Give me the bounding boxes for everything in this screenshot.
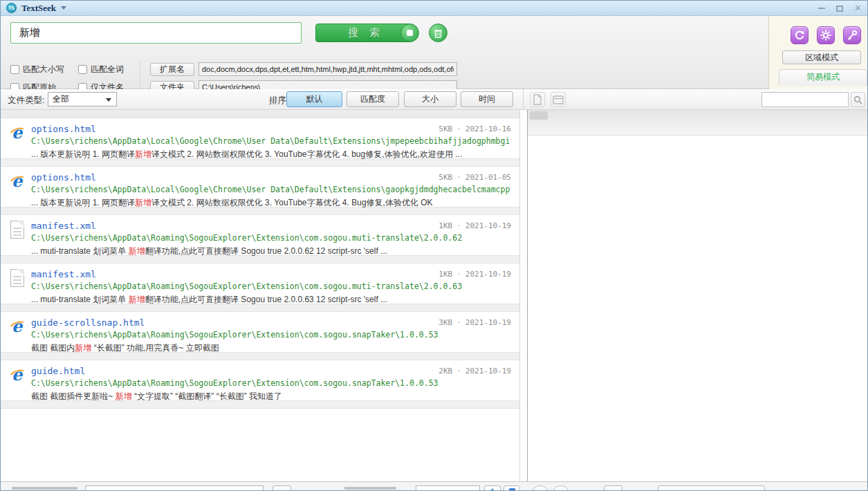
bottom-small-button[interactable] (273, 485, 291, 491)
bottom-label (344, 487, 396, 490)
results-scrollbar[interactable] (520, 110, 527, 481)
bottom-small-button[interactable] (604, 485, 622, 491)
clear-button[interactable] (429, 24, 447, 42)
result-row[interactable]: e 2KB·2021-10-19 guide.html C:\Users\ric… (1, 360, 519, 400)
minimize-button[interactable] (818, 8, 825, 9)
divider (523, 89, 524, 109)
result-meta: 1KB·2021-10-19 (438, 270, 511, 279)
app-title: TextSeek (21, 3, 56, 14)
result-path: C:\Users\richens\AppData\Roaming\SogouEx… (31, 281, 511, 291)
checkbox-box[interactable] (78, 65, 87, 74)
header-right-panel: 区域模式 简易模式 (768, 16, 867, 89)
result-meta: 5KB·2021-10-16 (438, 124, 511, 133)
maximize-button[interactable] (836, 6, 843, 12)
result-row[interactable]: e 5KB·2021-01-05 options.html C:\Users\r… (1, 167, 519, 207)
up-arrow-icon (489, 488, 496, 491)
title-menu-chevron-down-icon[interactable] (61, 6, 66, 10)
preview-search-input[interactable] (761, 92, 849, 107)
next-match-button[interactable]: ▶ (553, 485, 569, 491)
extensions-button[interactable]: 扩展名 (150, 63, 194, 76)
preview-search-button[interactable] (851, 92, 865, 107)
result-row[interactable]: 1KB·2021-10-19 manifest.xml C:\Users\ric… (1, 263, 519, 304)
results-list: e 5KB·2021-10-16 options.html C:\Users\r… (1, 110, 520, 481)
checkbox-match-case[interactable]: 匹配大小写 (10, 64, 64, 75)
result-path: C:\Users\richens\AppData\Roaming\SogouEx… (31, 233, 511, 243)
scroll-top-button[interactable] (484, 485, 501, 491)
result-snippet: 截图 截图插件更新啦~ 新增 “文字提取” “截图翻译” “长截图” 我知道了 (31, 391, 511, 402)
result-meta: 3KB·2021-10-19 (438, 318, 511, 327)
preview-document-button[interactable] (530, 92, 545, 107)
search-button[interactable]: 搜索 (315, 24, 412, 42)
result-meta: 5KB·2021-01-05 (438, 173, 511, 182)
highlight: 新增 (129, 295, 145, 304)
result-row[interactable]: e 5KB·2021-10-16 options.html C:\Users\r… (1, 118, 519, 158)
stop-scroll-button[interactable] (504, 485, 520, 491)
highlight: 新增 (135, 149, 151, 159)
checkbox-match-whole-word[interactable]: 匹配全词 (78, 64, 124, 75)
document-icon (533, 94, 542, 105)
html-file-icon: e (8, 366, 26, 384)
result-snippet: ... muti-translate 划词菜单 新增翻译功能,点此可直接翻译 S… (31, 294, 511, 306)
main-area: e 5KB·2021-10-16 options.html C:\Users\r… (1, 110, 867, 481)
result-path: C:\Users\richens\AppData\Local\Google\Ch… (31, 185, 511, 194)
bottom-wide-button[interactable] (658, 485, 765, 491)
highlight: 新增 (75, 343, 91, 353)
preview-pane (527, 110, 867, 481)
extensions-field[interactable] (198, 62, 457, 76)
result-meta: 1KB·2021-10-19 (438, 221, 511, 230)
stop-icon (407, 30, 413, 36)
highlight: 新增 (135, 198, 151, 207)
html-file-icon: e (8, 124, 26, 142)
key-icon (847, 30, 858, 41)
preview-tab[interactable] (530, 111, 548, 120)
bottom-input[interactable] (416, 485, 480, 491)
highlight: 新增 (129, 246, 145, 256)
search-icon (853, 95, 862, 104)
result-row[interactable]: e 3KB·2021-10-19 guide-scrollsnap.html C… (1, 312, 519, 352)
checkbox-box[interactable] (10, 65, 19, 74)
xml-file-icon (10, 269, 24, 287)
refresh-icon (794, 30, 805, 41)
bottom-bar: ◀ ▶ (1, 481, 867, 491)
settings-button[interactable] (817, 26, 835, 44)
square-icon (509, 488, 515, 491)
result-snippet: ... 版本更新说明 1. 网页翻译新增译文模式 2. 网站数据权限优化 3. … (31, 149, 511, 160)
app-logo-icon: TS (6, 3, 17, 13)
bottom-input[interactable] (85, 485, 264, 491)
sort-relevance-button[interactable]: 匹配度 (347, 91, 399, 107)
license-button[interactable] (843, 26, 861, 44)
result-path: C:\Users\richens\AppData\Roaming\SogouEx… (31, 378, 511, 388)
html-file-icon: e (8, 317, 26, 335)
window-icon (553, 95, 564, 104)
html-file-icon: e (8, 172, 26, 190)
simple-mode-tab[interactable]: 简易模式 (779, 69, 867, 86)
filetype-dropdown[interactable]: 全部 (48, 92, 117, 106)
search-input[interactable] (10, 22, 302, 44)
sort-default-button[interactable]: 默认 (286, 91, 342, 107)
gear-icon (820, 30, 831, 41)
prev-match-button[interactable]: ◀ (532, 485, 548, 491)
result-path: C:\Users\richens\AppData\Local\Google\Ch… (31, 136, 511, 146)
sort-time-button[interactable]: 时间 (461, 91, 513, 107)
region-mode-button[interactable]: 区域模式 (782, 50, 861, 64)
stop-button[interactable] (400, 24, 419, 42)
search-header: 搜索 匹配大小写 匹配全词 匹配原始 仅文件名 扩展名 文件夹 (1, 16, 867, 89)
bottom-label (12, 487, 77, 490)
result-meta: 2KB·2021-10-19 (438, 367, 511, 376)
highlight: 新增 (116, 391, 132, 401)
results-toolbar: 文件类型: 全部 排序: 默认 匹配度 大小 时间 (1, 89, 867, 110)
refresh-button[interactable] (791, 26, 809, 44)
result-row[interactable]: 1KB·2021-10-19 manifest.xml C:\Users\ric… (1, 215, 519, 255)
result-snippet: 截图 截图内新增 “长截图” 功能,用完真香~ 立即截图 (31, 342, 511, 354)
preview-window-button[interactable] (551, 92, 566, 107)
filetype-value: 全部 (53, 94, 69, 104)
preview-header-band (528, 110, 867, 136)
close-button[interactable]: ✕ (854, 5, 862, 12)
title-bar: TS TextSeek ✕ (1, 1, 867, 16)
filetype-label: 文件类型: (8, 95, 44, 106)
result-path: C:\Users\richens\AppData\Roaming\SogouEx… (31, 330, 511, 340)
sort-size-button[interactable]: 大小 (404, 91, 456, 107)
divider (140, 62, 140, 92)
xml-file-icon (10, 221, 24, 239)
chevron-down-icon (106, 98, 111, 102)
